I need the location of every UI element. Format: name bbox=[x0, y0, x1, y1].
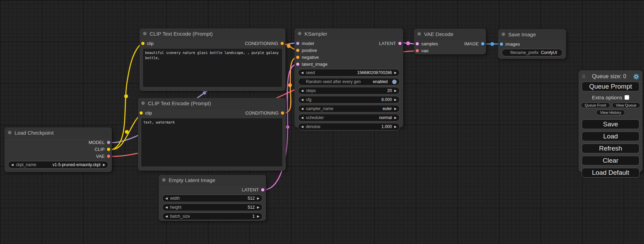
load-button[interactable]: Load bbox=[582, 132, 639, 141]
node-clip-text-encode-negative[interactable]: CLIP Text Encode (Prompt) clip CONDITION… bbox=[138, 98, 286, 171]
next-arrow-icon[interactable]: ▶ bbox=[394, 98, 397, 101]
model-slot-icon[interactable] bbox=[107, 141, 110, 144]
input-vae[interactable]: vae bbox=[416, 48, 429, 53]
latent-slot-icon[interactable] bbox=[398, 42, 402, 45]
collapse-dot-icon[interactable] bbox=[141, 101, 145, 105]
model-slot-icon[interactable] bbox=[296, 42, 299, 45]
clip-slot-icon[interactable] bbox=[140, 111, 143, 115]
toggle-dot-icon[interactable] bbox=[392, 80, 397, 84]
clip-slot-icon[interactable] bbox=[107, 148, 110, 151]
input-images[interactable]: images bbox=[500, 42, 520, 47]
latent-slot-icon[interactable] bbox=[296, 63, 299, 66]
node-clip-text-encode-positive[interactable]: CLIP Text Encode (Prompt) clip CONDITION… bbox=[140, 28, 285, 91]
prev-arrow-icon[interactable]: ◀ bbox=[301, 71, 303, 74]
conditioning-slot-icon[interactable] bbox=[281, 111, 284, 115]
node-ksampler[interactable]: KSampler model LATENT positive negative … bbox=[294, 28, 403, 127]
input-clip[interactable]: clip bbox=[141, 41, 154, 46]
denoise-widget[interactable]: ◀ denoise 1.000 ▶ bbox=[298, 123, 400, 130]
prev-arrow-icon[interactable]: ◀ bbox=[301, 89, 303, 92]
node-title-bar[interactable]: KSampler bbox=[294, 28, 403, 39]
output-latent[interactable]: LATENT bbox=[379, 41, 402, 46]
node-title-bar[interactable]: Empty Latent Image bbox=[159, 175, 266, 186]
queue-front-button[interactable]: Queue Front bbox=[581, 102, 610, 108]
graph-canvas[interactable]: Load Checkpoint MODEL CLIP VAE ◀ ckpt_na… bbox=[0, 0, 644, 244]
prev-arrow-icon[interactable]: ◀ bbox=[165, 215, 168, 218]
input-negative[interactable]: negative bbox=[296, 55, 319, 60]
load-default-button[interactable]: Load Default bbox=[582, 168, 639, 178]
conditioning-slot-icon[interactable] bbox=[281, 42, 284, 45]
conditioning-slot-icon[interactable] bbox=[296, 56, 299, 59]
prev-arrow-icon[interactable]: ◀ bbox=[301, 125, 303, 128]
refresh-button[interactable]: Refresh bbox=[582, 144, 639, 153]
node-save-image[interactable]: Save Image images filename_prefix ComfyU… bbox=[498, 29, 566, 59]
next-arrow-icon[interactable]: ▶ bbox=[257, 206, 259, 209]
collapse-dot-icon[interactable] bbox=[417, 32, 421, 36]
output-latent[interactable]: LATENT bbox=[242, 187, 264, 192]
batch-size-widget[interactable]: ◀ batch_size 1 ▶ bbox=[162, 213, 263, 220]
sampler-name-widget[interactable]: ◀ sampler_name euler ▶ bbox=[298, 105, 400, 112]
collapse-dot-icon[interactable] bbox=[143, 32, 147, 35]
prev-arrow-icon[interactable]: ◀ bbox=[11, 163, 14, 166]
scheduler-widget[interactable]: ◀ scheduler normal ▶ bbox=[298, 114, 400, 121]
prev-arrow-icon[interactable]: ◀ bbox=[165, 206, 168, 209]
next-arrow-icon[interactable]: ▶ bbox=[394, 116, 397, 119]
conditioning-slot-icon[interactable] bbox=[296, 49, 299, 52]
latent-slot-icon[interactable] bbox=[261, 188, 264, 191]
next-arrow-icon[interactable]: ▶ bbox=[394, 125, 397, 128]
save-button[interactable]: Save bbox=[582, 119, 639, 129]
node-title-bar[interactable]: Save Image bbox=[498, 29, 566, 40]
output-model[interactable]: MODEL bbox=[89, 140, 110, 145]
node-title-bar[interactable]: CLIP Text Encode (Prompt) bbox=[138, 98, 286, 109]
cfg-widget[interactable]: ◀ cfg 8.000 ▶ bbox=[298, 96, 400, 103]
filename-prefix-widget[interactable]: filename_prefix ComfyUI bbox=[502, 49, 563, 56]
extra-options-checkbox[interactable] bbox=[625, 95, 629, 100]
input-positive[interactable]: positive bbox=[296, 48, 317, 53]
ckpt-name-widget[interactable]: ◀ ckpt_name v1-5-pruned-emaonly.ckpt ▶ bbox=[8, 161, 108, 169]
prev-arrow-icon[interactable]: ◀ bbox=[301, 98, 303, 101]
output-image[interactable]: IMAGE bbox=[464, 41, 484, 46]
node-title-bar[interactable]: CLIP Text Encode (Prompt) bbox=[140, 28, 285, 39]
vae-slot-icon[interactable] bbox=[107, 155, 110, 158]
prompt-textarea[interactable]: text, watermark bbox=[141, 118, 282, 166]
image-slot-icon[interactable] bbox=[500, 43, 503, 46]
prev-arrow-icon[interactable]: ◀ bbox=[301, 107, 303, 110]
view-queue-button[interactable]: View Queue bbox=[612, 102, 641, 108]
settings-gear-icon[interactable] bbox=[633, 74, 639, 80]
input-model[interactable]: model bbox=[296, 41, 314, 46]
height-widget[interactable]: ◀ height 512 ▶ bbox=[162, 204, 263, 211]
next-arrow-icon[interactable]: ▶ bbox=[394, 71, 397, 74]
node-title-bar[interactable]: Load Checkpoint bbox=[5, 127, 112, 138]
prompt-textarea[interactable]: beautiful scenery nature glass bottle la… bbox=[143, 49, 282, 87]
random-seed-toggle-widget[interactable]: Random seed after every gen enabled bbox=[298, 78, 400, 85]
queue-prompt-button[interactable]: Queue Prompt bbox=[582, 82, 639, 91]
view-history-button[interactable]: View History bbox=[596, 110, 625, 115]
node-empty-latent-image[interactable]: Empty Latent Image LATENT ◀ width 512 ▶ … bbox=[159, 175, 266, 221]
collapse-dot-icon[interactable] bbox=[502, 33, 505, 36]
image-slot-icon[interactable] bbox=[481, 42, 484, 45]
next-arrow-icon[interactable]: ▶ bbox=[257, 197, 259, 200]
output-conditioning[interactable]: CONDITIONING bbox=[245, 41, 284, 46]
input-samples[interactable]: samples bbox=[416, 41, 438, 46]
next-arrow-icon[interactable]: ▶ bbox=[394, 89, 397, 92]
steps-widget[interactable]: ◀ steps 20 ▶ bbox=[298, 87, 400, 94]
width-widget[interactable]: ◀ width 512 ▶ bbox=[162, 195, 263, 202]
output-vae[interactable]: VAE bbox=[96, 154, 110, 159]
next-arrow-icon[interactable]: ▶ bbox=[257, 215, 259, 218]
clear-button[interactable]: Clear bbox=[582, 156, 639, 165]
seed-widget[interactable]: ◀ seed 156680208700286 ▶ bbox=[298, 69, 400, 76]
drag-handle-icon[interactable]: ⠿ bbox=[582, 74, 585, 79]
output-clip[interactable]: CLIP bbox=[95, 147, 110, 152]
node-title-bar[interactable]: VAE Decode bbox=[414, 29, 486, 39]
input-clip[interactable]: clip bbox=[140, 110, 152, 116]
node-vae-decode[interactable]: VAE Decode samples IMAGE vae bbox=[414, 29, 486, 54]
next-arrow-icon[interactable]: ▶ bbox=[103, 163, 105, 166]
collapse-dot-icon[interactable] bbox=[8, 131, 11, 134]
clip-slot-icon[interactable] bbox=[141, 42, 144, 45]
latent-slot-icon[interactable] bbox=[416, 42, 419, 45]
vae-slot-icon[interactable] bbox=[416, 49, 419, 52]
node-load-checkpoint[interactable]: Load Checkpoint MODEL CLIP VAE ◀ ckpt_na… bbox=[5, 127, 112, 172]
input-latent-image[interactable]: latent_image bbox=[296, 62, 327, 67]
prev-arrow-icon[interactable]: ◀ bbox=[165, 197, 168, 200]
output-conditioning[interactable]: CONDITIONING bbox=[245, 110, 284, 116]
collapse-dot-icon[interactable] bbox=[298, 32, 301, 35]
